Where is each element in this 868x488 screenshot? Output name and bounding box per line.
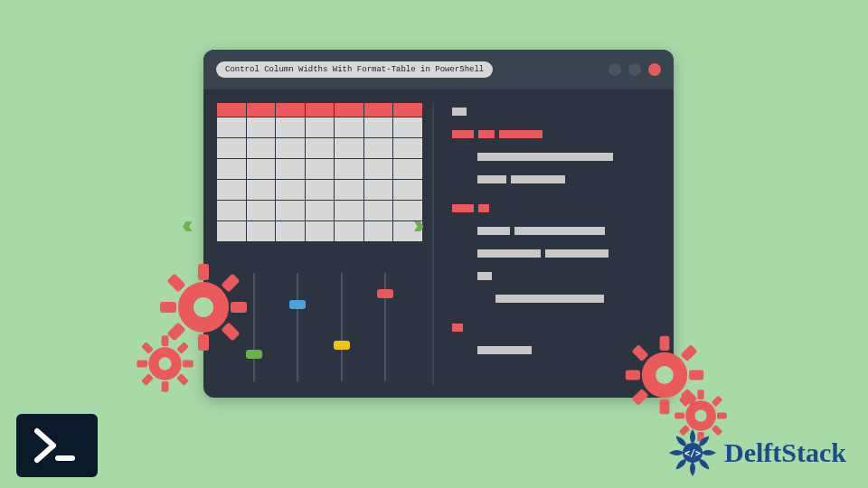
- svg-rect-6: [221, 273, 240, 292]
- chevron-right-icon[interactable]: ››: [413, 211, 420, 239]
- svg-rect-17: [141, 373, 154, 386]
- table-row: [217, 201, 423, 221]
- svg-rect-11: [162, 335, 169, 346]
- gear-icon: [136, 334, 194, 393]
- svg-rect-24: [689, 371, 703, 380]
- title-bar: Control Column Widths With Format-Table …: [203, 50, 674, 89]
- svg-rect-36: [712, 395, 723, 407]
- table-row: [217, 221, 423, 242]
- svg-rect-33: [675, 412, 684, 418]
- slider-knob[interactable]: [289, 300, 306, 309]
- width-slider[interactable]: [253, 273, 255, 381]
- minimize-dot[interactable]: [609, 63, 621, 76]
- svg-point-9: [193, 297, 213, 317]
- powershell-logo-icon: [16, 414, 98, 477]
- svg-rect-23: [626, 371, 640, 380]
- app-window: Control Column Widths With Format-Table …: [203, 50, 674, 398]
- maximize-dot[interactable]: [628, 63, 641, 76]
- pane-divider: [432, 102, 434, 385]
- brand-name: DelftStack: [724, 437, 846, 468]
- svg-rect-18: [176, 373, 189, 386]
- svg-rect-14: [183, 361, 193, 368]
- table-row: [217, 180, 423, 201]
- width-slider[interactable]: [341, 273, 343, 381]
- slider-knob[interactable]: [334, 341, 350, 350]
- svg-rect-25: [631, 344, 648, 361]
- svg-point-29: [656, 366, 674, 384]
- svg-point-19: [158, 357, 171, 370]
- close-dot[interactable]: [648, 63, 661, 76]
- svg-rect-34: [717, 412, 727, 418]
- table-row: [217, 138, 423, 159]
- svg-point-39: [694, 409, 706, 421]
- svg-rect-4: [231, 302, 247, 313]
- svg-rect-3: [160, 302, 176, 313]
- svg-rect-26: [680, 344, 697, 361]
- svg-text:</>: </>: [684, 448, 701, 458]
- svg-rect-21: [660, 336, 670, 351]
- table-header-row: [217, 103, 423, 117]
- svg-rect-1: [198, 264, 209, 280]
- table-row: [217, 117, 423, 138]
- format-table-grid: [216, 102, 423, 242]
- table-row: [217, 159, 423, 180]
- svg-rect-12: [162, 381, 169, 392]
- svg-rect-2: [198, 334, 209, 351]
- window-controls[interactable]: [609, 63, 661, 76]
- svg-rect-35: [679, 395, 691, 407]
- svg-rect-8: [221, 322, 240, 341]
- svg-rect-22: [660, 399, 670, 414]
- window-title: Control Column Widths With Format-Table …: [216, 61, 493, 78]
- width-slider[interactable]: [297, 273, 298, 381]
- delftstack-logo-icon: </>: [668, 428, 717, 477]
- svg-rect-27: [631, 389, 648, 406]
- width-slider[interactable]: [384, 273, 386, 381]
- delftstack-brand: </> DelftStack: [668, 428, 846, 477]
- svg-rect-40: [55, 455, 75, 461]
- svg-rect-31: [697, 389, 703, 399]
- chevron-left-icon[interactable]: ‹‹: [182, 211, 188, 239]
- svg-rect-13: [137, 361, 147, 368]
- svg-rect-16: [176, 342, 189, 354]
- slider-knob[interactable]: [377, 289, 393, 298]
- svg-rect-5: [166, 273, 185, 292]
- svg-rect-15: [141, 342, 154, 354]
